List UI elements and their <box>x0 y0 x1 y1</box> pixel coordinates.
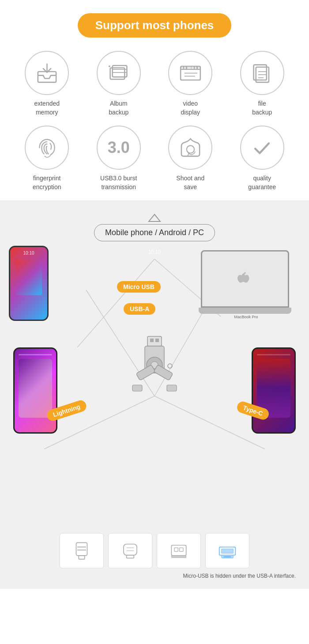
usb-a-connector-icon <box>168 540 190 562</box>
shoot-icon <box>178 136 203 160</box>
phone-label-box: Mobile phone / Android / PC <box>9 224 300 241</box>
usb30-text: 3.0 <box>108 138 130 157</box>
svg-marker-24 <box>149 214 160 221</box>
video-display-label: videodisplay <box>181 99 200 117</box>
feature-fingerprint: fingerprintencryption <box>13 126 81 191</box>
micro-usb-connector-box <box>205 533 249 568</box>
micro-usb-connector-icon <box>216 540 238 562</box>
extended-memory-label: extendedmemory <box>34 99 60 117</box>
svg-rect-44 <box>79 556 84 559</box>
connectors-row <box>9 529 300 568</box>
svg-rect-43 <box>76 543 87 556</box>
title-badge: Support most phones <box>9 13 300 38</box>
top-section: Support most phones extendedmemory <box>0 0 309 200</box>
file-backup-label: filebackup <box>252 99 272 117</box>
svg-rect-51 <box>171 545 186 556</box>
svg-rect-3 <box>109 65 110 67</box>
shoot-save-icon-circle <box>168 126 212 170</box>
feature-album-backup: Albumbackup <box>85 51 153 117</box>
features-grid: extendedmemory Albumbackup <box>9 51 300 191</box>
phone-center: 10:10 <box>9 246 49 321</box>
photo-icon <box>106 61 131 85</box>
micro-usb-note: Micro-USB is hidden under the USB-A inte… <box>9 572 300 580</box>
laptop-screen <box>201 250 289 308</box>
lightning-connector-icon <box>71 540 93 562</box>
usb-a-connector-box <box>157 533 201 568</box>
video-display-icon-circle <box>168 51 212 95</box>
svg-rect-52 <box>171 556 186 558</box>
svg-rect-42 <box>167 385 177 391</box>
shoot-save-label: Shoot andsave <box>176 174 204 191</box>
usb30-label: USB3.0 bursttransmission <box>100 174 137 191</box>
file-icon <box>250 61 274 85</box>
video-icon <box>178 61 203 85</box>
usb30-icon-circle: 3.0 <box>97 126 141 170</box>
feature-extended-memory: extendedmemory <box>13 51 81 117</box>
svg-rect-54 <box>180 548 183 552</box>
svg-rect-56 <box>222 549 234 553</box>
type-c-connector-box <box>108 533 152 568</box>
diagram-area: 10:10 MacBook Pro <box>9 246 300 520</box>
apple-logo-icon <box>234 268 256 290</box>
svg-point-31 <box>244 272 246 274</box>
usb-drive <box>128 334 181 396</box>
feature-video-display: videodisplay <box>157 51 224 117</box>
extended-memory-icon-circle <box>25 51 69 95</box>
svg-rect-32 <box>147 336 162 346</box>
svg-rect-34 <box>155 339 159 342</box>
bottom-section: Mobile phone / Android / PC 10:10 <box>0 200 309 589</box>
quality-icon-circle <box>240 126 284 170</box>
page-title: Support most phones <box>78 13 232 38</box>
svg-rect-45 <box>77 546 86 548</box>
svg-rect-48 <box>127 555 134 558</box>
feature-usb30: 3.0 USB3.0 bursttransmission <box>85 126 153 191</box>
phone-left <box>13 347 57 434</box>
usb-a-label: USB-A <box>124 303 155 315</box>
type-c-connector-icon <box>119 540 141 562</box>
svg-rect-0 <box>38 72 56 82</box>
file-backup-icon-circle <box>240 51 284 95</box>
svg-rect-47 <box>124 544 137 555</box>
micro-usb-label: Micro USB <box>117 281 161 293</box>
feature-shoot-save: Shoot andsave <box>157 126 224 191</box>
phone-label: Mobile phone / Android / PC <box>94 224 215 241</box>
svg-point-40 <box>168 364 172 368</box>
check-icon <box>250 136 274 160</box>
album-backup-icon-circle <box>97 51 141 95</box>
svg-rect-33 <box>150 339 154 342</box>
laptop-base <box>199 308 291 314</box>
svg-rect-46 <box>77 549 86 551</box>
lightning-connector-box <box>60 533 104 568</box>
fingerprint-icon <box>35 136 59 160</box>
laptop-label: MacBook Pro <box>201 315 291 319</box>
feature-file-backup: filebackup <box>229 51 296 117</box>
album-backup-label: Albumbackup <box>109 99 128 117</box>
feature-quality: qualityguarantee <box>229 126 296 191</box>
svg-rect-41 <box>132 385 142 391</box>
fingerprint-label: fingerprintencryption <box>33 174 61 191</box>
svg-rect-53 <box>174 548 178 552</box>
inbox-icon <box>35 61 59 85</box>
triangle-hint-icon <box>148 213 161 222</box>
quality-label: qualityguarantee <box>248 174 276 191</box>
phone-right <box>252 347 296 434</box>
svg-line-27 <box>44 396 154 449</box>
fingerprint-icon-circle <box>25 126 69 170</box>
svg-rect-58 <box>224 556 231 558</box>
usb-drive-svg <box>128 334 181 396</box>
laptop: MacBook Pro <box>201 250 291 319</box>
